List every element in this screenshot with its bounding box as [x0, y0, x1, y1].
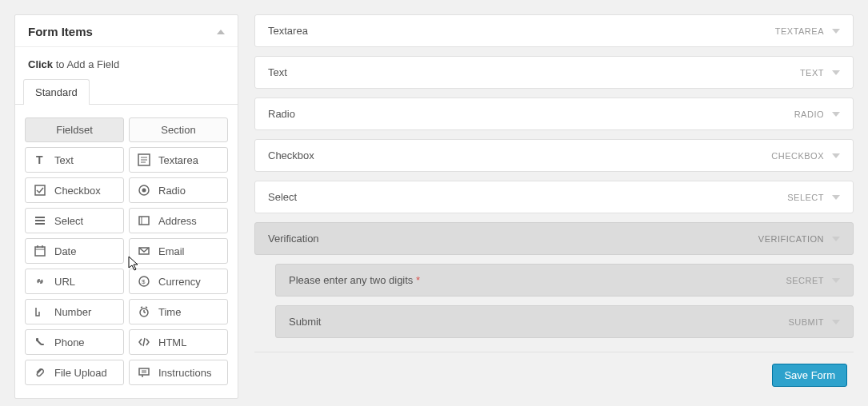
row-label: Please enter any two digits *: [289, 274, 420, 286]
save-form-button[interactable]: Save Form: [772, 364, 847, 387]
chevron-down-icon[interactable]: [832, 195, 840, 200]
html-button[interactable]: HTML: [129, 329, 228, 355]
checkbox-icon: [34, 184, 46, 197]
form-row[interactable]: Textarea TEXTAREA: [254, 14, 854, 47]
form-row[interactable]: Select SELECT: [254, 181, 854, 213]
currency-button[interactable]: $Currency: [129, 269, 228, 294]
svg-text:T: T: [36, 153, 43, 166]
row-type: RADIO: [794, 109, 840, 119]
hint-rest: to Add a Field: [53, 58, 119, 70]
row-type: TEXTAREA: [775, 26, 840, 36]
row-label: Radio: [268, 108, 295, 120]
row-label: Checkbox: [268, 149, 314, 161]
checkbox-button[interactable]: Checkbox: [25, 177, 124, 203]
chevron-down-icon[interactable]: [832, 278, 840, 283]
svg-text:$: $: [142, 278, 146, 285]
svg-rect-26: [139, 368, 149, 375]
row-type: TEXT: [800, 68, 840, 78]
file-upload-button[interactable]: File Upload: [25, 360, 124, 385]
chevron-down-icon[interactable]: [832, 29, 840, 34]
collapse-icon[interactable]: [217, 30, 225, 34]
row-label: Submit: [289, 316, 321, 328]
textarea-icon: [138, 153, 150, 166]
email-icon: [138, 245, 150, 257]
html-icon: [138, 336, 150, 348]
number-icon: [34, 305, 46, 318]
row-type: VERIFICATION: [758, 234, 840, 244]
row-label: Text: [268, 66, 287, 78]
hint-bold: Click: [28, 58, 53, 70]
chevron-down-icon[interactable]: [832, 70, 840, 75]
svg-line-24: [141, 307, 142, 308]
row-type: SUBMIT: [788, 317, 840, 327]
row-type: SELECT: [787, 193, 840, 202]
number-button[interactable]: Number: [25, 299, 124, 324]
svg-rect-11: [139, 217, 149, 225]
field-grid: Fieldset Section TText Textarea Checkbox…: [15, 105, 238, 388]
time-icon: [138, 305, 150, 318]
url-button[interactable]: URL: [25, 269, 124, 294]
currency-icon: $: [138, 275, 150, 288]
add-field-hint: Click to Add a Field: [15, 47, 238, 78]
textarea-button[interactable]: Textarea: [129, 147, 228, 173]
radio-icon: [138, 184, 150, 197]
form-row[interactable]: Text TEXT: [254, 56, 854, 89]
text-t-icon: T: [34, 153, 46, 166]
row-label: Verification: [268, 233, 319, 245]
svg-rect-13: [35, 247, 45, 256]
form-items-panel: Form Items Click to Add a Field Standard…: [14, 14, 238, 399]
form-row[interactable]: Radio RADIO: [254, 98, 854, 130]
chevron-down-icon[interactable]: [832, 320, 840, 324]
phone-icon: [34, 336, 46, 348]
svg-rect-5: [35, 185, 45, 195]
address-icon: [138, 214, 150, 227]
svg-point-7: [142, 189, 146, 193]
address-button[interactable]: Address: [129, 208, 228, 233]
row-type: CHECKBOX: [771, 151, 840, 161]
form-builder-canvas: Textarea TEXTAREA Text TEXT Radio RADIO …: [254, 14, 854, 390]
tab-standard[interactable]: Standard: [23, 79, 90, 105]
chevron-down-icon[interactable]: [832, 237, 840, 241]
instructions-button[interactable]: Instructions: [129, 360, 228, 385]
footer: Save Form: [254, 352, 854, 390]
section-button[interactable]: Section: [129, 117, 228, 142]
select-button[interactable]: Select: [25, 208, 124, 233]
form-row-submit[interactable]: Submit SUBMIT: [275, 305, 854, 338]
sub-rows: Please enter any two digits * SECRET Sub…: [254, 264, 854, 338]
date-button[interactable]: Date: [25, 238, 124, 264]
form-row-secret[interactable]: Please enter any two digits * SECRET: [275, 264, 854, 297]
time-button[interactable]: Time: [129, 299, 228, 324]
email-button[interactable]: Email: [129, 238, 228, 264]
select-icon: [34, 214, 46, 227]
required-star: *: [416, 274, 420, 286]
date-icon: [34, 245, 46, 257]
radio-button[interactable]: Radio: [129, 177, 228, 203]
chevron-down-icon[interactable]: [832, 112, 840, 117]
chevron-down-icon[interactable]: [832, 153, 840, 158]
form-row[interactable]: Checkbox CHECKBOX: [254, 139, 854, 172]
row-label: Textarea: [268, 25, 308, 37]
file-upload-icon: [34, 366, 46, 379]
fieldset-button[interactable]: Fieldset: [25, 117, 124, 142]
row-label: Select: [268, 191, 297, 203]
text-button[interactable]: TText: [25, 147, 124, 173]
url-icon: [34, 275, 46, 288]
form-row-verification[interactable]: Verification VERIFICATION: [254, 222, 854, 255]
panel-title: Form Items: [28, 25, 93, 38]
svg-line-25: [146, 307, 147, 308]
row-type: SECRET: [786, 276, 840, 285]
instructions-icon: [138, 366, 150, 379]
phone-button[interactable]: Phone: [25, 329, 124, 355]
